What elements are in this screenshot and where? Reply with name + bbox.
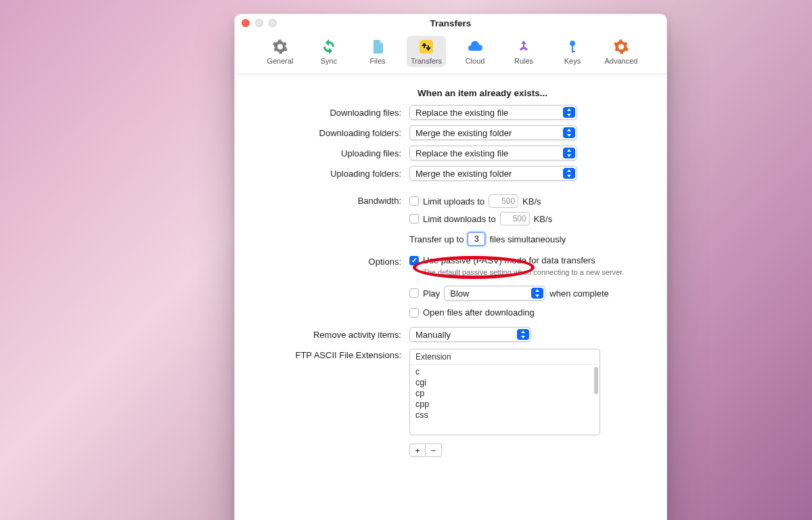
checkbox-open-after[interactable] bbox=[409, 308, 419, 318]
tab-label: Keys bbox=[564, 57, 581, 65]
list-item[interactable]: css bbox=[410, 410, 600, 420]
popup-value: Merge the existing folder bbox=[415, 169, 512, 179]
titlebar: Transfers bbox=[235, 14, 667, 32]
popup-value: Merge the existing folder bbox=[415, 128, 512, 138]
open-after-label: Open files after downloading bbox=[423, 307, 535, 318]
unit-kbps: KB/s bbox=[522, 196, 541, 207]
label-uploading-files: Uploading files: bbox=[254, 148, 409, 158]
pasv-label: Use passive (PASV) mode for data transfe… bbox=[423, 255, 595, 265]
tab-cloud[interactable]: Cloud bbox=[455, 36, 495, 67]
scrollbar[interactable] bbox=[594, 367, 598, 394]
popup-value: Replace the existing file bbox=[415, 108, 508, 118]
unit-kbps: KB/s bbox=[534, 214, 552, 224]
transfer-prefix: Transfer up to bbox=[409, 234, 464, 244]
tab-keys[interactable]: Keys bbox=[553, 36, 592, 67]
tab-general[interactable]: General bbox=[261, 36, 300, 67]
transfer-suffix: files simultaneously bbox=[489, 234, 566, 244]
limit-downloads-label: Limit downloads to bbox=[423, 214, 496, 224]
label-options: Options: bbox=[254, 255, 409, 267]
preferences-window: Transfers General Sync Files Transfers bbox=[234, 14, 667, 520]
content-area: When an item already exists... Downloadi… bbox=[235, 74, 667, 469]
chevron-updown-icon bbox=[563, 168, 575, 179]
svg-rect-3 bbox=[572, 51, 575, 52]
transfers-icon bbox=[418, 39, 434, 55]
chevron-updown-icon bbox=[563, 148, 575, 158]
label-downloading-files: Downloading files: bbox=[254, 108, 409, 118]
popup-downloading-files[interactable]: Replace the existing file bbox=[409, 105, 577, 120]
popup-value: Blow bbox=[450, 288, 469, 299]
chevron-updown-icon bbox=[563, 107, 575, 118]
tab-label: Sync bbox=[321, 57, 337, 65]
popup-uploading-folders[interactable]: Merge the existing folder bbox=[409, 166, 577, 181]
checkbox-pasv[interactable] bbox=[409, 256, 419, 265]
label-bandwidth: Bandwidth: bbox=[254, 194, 409, 206]
popup-remove-activity[interactable]: Manually bbox=[409, 327, 531, 342]
svg-point-1 bbox=[570, 41, 575, 46]
label-ascii-extensions: FTP ASCII File Extensions: bbox=[254, 349, 409, 360]
section-exists-title: When an item already exists... bbox=[418, 88, 648, 98]
popup-downloading-folders[interactable]: Merge the existing folder bbox=[409, 125, 577, 140]
list-item[interactable]: c bbox=[410, 366, 600, 377]
tab-rules[interactable]: Rules bbox=[504, 36, 543, 67]
input-limit-uploads[interactable]: 500 bbox=[489, 194, 518, 208]
chevron-updown-icon bbox=[517, 329, 529, 340]
popup-uploading-files[interactable]: Replace the existing file bbox=[409, 146, 577, 160]
chevron-updown-icon bbox=[531, 288, 543, 299]
remove-extension-button[interactable]: − bbox=[426, 443, 442, 457]
ascii-extensions-list[interactable]: Extension c cgi cp cpp css bbox=[409, 349, 600, 435]
play-label: Play bbox=[423, 288, 440, 299]
traffic-lights bbox=[242, 19, 277, 27]
tab-sync[interactable]: Sync bbox=[309, 36, 348, 67]
pasv-description: The default passive setting when connect… bbox=[423, 268, 648, 276]
svg-rect-0 bbox=[420, 40, 433, 53]
advanced-gear-icon bbox=[613, 39, 629, 55]
key-icon bbox=[564, 39, 581, 55]
sync-icon bbox=[321, 39, 337, 55]
ascii-list-items: c cgi cp cpp css bbox=[410, 365, 600, 435]
checkbox-limit-uploads[interactable] bbox=[409, 196, 419, 206]
file-icon bbox=[369, 39, 386, 55]
checkbox-limit-downloads[interactable] bbox=[409, 214, 419, 223]
label-remove-activity: Remove activity items: bbox=[254, 330, 409, 340]
popup-value: Manually bbox=[415, 330, 451, 340]
label-uploading-folders: Uploading folders: bbox=[254, 169, 409, 179]
rules-icon bbox=[516, 39, 532, 55]
close-button[interactable] bbox=[242, 19, 250, 27]
tab-label: Advanced bbox=[605, 57, 638, 65]
gear-icon bbox=[272, 39, 288, 55]
tab-advanced[interactable]: Advanced bbox=[602, 36, 641, 67]
tab-transfers[interactable]: Transfers bbox=[407, 36, 446, 67]
cloud-icon bbox=[467, 39, 483, 55]
tab-label: Transfers bbox=[411, 57, 442, 65]
chevron-updown-icon bbox=[563, 127, 575, 138]
tab-files[interactable]: Files bbox=[358, 36, 397, 67]
input-simultaneous-transfers[interactable]: 3 bbox=[468, 232, 485, 246]
prefs-toolbar: General Sync Files Transfers Cloud bbox=[235, 32, 667, 74]
list-item[interactable]: cgi bbox=[410, 377, 600, 388]
play-suffix: when complete bbox=[549, 288, 608, 299]
popup-play-sound[interactable]: Blow bbox=[444, 286, 545, 301]
label-downloading-folders: Downloading folders: bbox=[254, 128, 409, 138]
popup-value: Replace the existing file bbox=[415, 148, 508, 158]
tab-label: Rules bbox=[514, 57, 533, 65]
input-limit-downloads[interactable]: 500 bbox=[500, 212, 530, 225]
list-item[interactable]: cp bbox=[410, 388, 600, 399]
limit-uploads-label: Limit uploads to bbox=[423, 196, 484, 207]
window-title: Transfers bbox=[235, 18, 667, 28]
add-extension-button[interactable]: + bbox=[409, 443, 426, 457]
tab-label: General bbox=[267, 57, 293, 65]
minimize-button[interactable] bbox=[255, 19, 263, 27]
tab-label: Files bbox=[369, 57, 385, 65]
list-item[interactable]: cpp bbox=[410, 399, 600, 410]
checkbox-play-sound[interactable] bbox=[409, 288, 419, 298]
zoom-button[interactable] bbox=[269, 19, 277, 27]
ascii-list-header: Extension bbox=[410, 349, 600, 365]
tab-label: Cloud bbox=[466, 57, 485, 65]
